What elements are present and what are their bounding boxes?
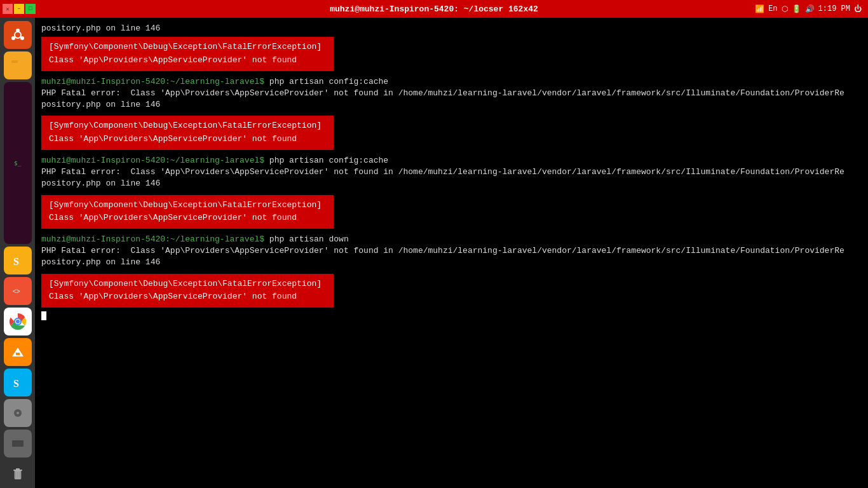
error-line: [Symfony\Component\Debug\Exception\Fatal… [49, 199, 326, 212]
error-line: Class 'App\Providers\AppServiceProvider'… [49, 133, 326, 146]
svg-text:S: S [13, 256, 19, 267]
maximize-button[interactable]: □ [25, 4, 36, 14]
taskbar: $_ S <> [0, 18, 35, 488]
svg-text:<>: <> [13, 288, 20, 295]
terminal-window[interactable]: pository.php on line 146[Symfony\Compone… [35, 18, 868, 488]
taskbar-icon-files[interactable] [4, 51, 32, 79]
svg-point-24 [17, 412, 19, 414]
terminal-line: pository.php on line 146 [41, 257, 862, 268]
tray-bluetooth: ⬡ [782, 4, 788, 14]
prompt-line: muhzi@muhzi-Inspiron-5420:~/learning-lar… [41, 234, 862, 245]
tray-battery: 🔋 [792, 4, 801, 14]
error-line: Class 'App\Providers\AppServiceProvider'… [49, 290, 326, 304]
terminal-line: PHP Fatal error: Class 'App\Providers\Ap… [41, 88, 862, 99]
tray-icon-wifi: 📶 [755, 4, 764, 14]
tray-lang: En [768, 4, 777, 13]
error-line: [Symfony\Component\Debug\Exception\Fatal… [49, 278, 326, 291]
svg-point-16 [16, 320, 20, 323]
svg-text:$_: $_ [14, 159, 22, 166]
cursor-line [41, 311, 862, 320]
system-tray: 📶 En ⬡ 🔋 🔊 1:19 PM ⏻ [749, 0, 868, 18]
svg-text:S: S [13, 378, 19, 389]
main-area: $_ S <> [0, 18, 868, 488]
tray-power: ⏻ [854, 4, 862, 14]
error-block: [Symfony\Component\Debug\Exception\Fatal… [41, 274, 334, 308]
taskbar-icon-skype[interactable]: S [4, 369, 32, 396]
taskbar-icon-trash[interactable] [4, 460, 32, 488]
taskbar-icon-vlc[interactable] [4, 338, 32, 366]
svg-rect-26 [12, 440, 24, 447]
taskbar-icon-sublime[interactable]: S [4, 247, 32, 274]
cursor-block [41, 311, 46, 320]
taskbar-icon-git[interactable]: <> [4, 277, 32, 305]
window-title: muhzi@muhzi-Inspiron-5420: ~/locser 162x… [330, 4, 538, 14]
tray-time: 1:19 PM [818, 4, 850, 13]
error-line: Class 'App\Providers\AppServiceProvider'… [49, 212, 326, 225]
svg-rect-6 [11, 60, 18, 63]
error-block: [Symfony\Component\Debug\Exception\Fatal… [41, 116, 334, 150]
error-line: [Symfony\Component\Debug\Exception\Fatal… [49, 119, 326, 133]
taskbar-icon-chrome[interactable] [4, 308, 32, 336]
error-line: Class 'App\Providers\AppServiceProvider'… [49, 54, 326, 67]
error-line: [Symfony\Component\Debug\Exception\Fatal… [49, 41, 326, 54]
prompt-line: muhzi@muhzi-Inspiron-5420:~/learning-lar… [41, 76, 862, 88]
window-controls[interactable]: ✕ – □ [3, 4, 36, 14]
terminal-line: pository.php on line 146 [41, 178, 862, 189]
minimize-button[interactable]: – [14, 4, 24, 14]
title-bar: ✕ – □ muhzi@muhzi-Inspiron-5420: ~/locse… [0, 0, 868, 18]
tray-volume: 🔊 [805, 4, 815, 14]
terminal-line: pository.php on line 146 [41, 23, 862, 34]
terminal-line: PHP Fatal error: Class 'App\Providers\Ap… [41, 245, 862, 257]
close-button[interactable]: ✕ [3, 4, 13, 14]
taskbar-icon-disk[interactable] [4, 399, 32, 427]
taskbar-icon-disk2[interactable] [4, 430, 32, 458]
svg-rect-5 [11, 62, 24, 72]
taskbar-icon-terminal[interactable]: $_ [4, 82, 32, 244]
error-block: [Symfony\Component\Debug\Exception\Fatal… [41, 195, 334, 229]
error-block: [Symfony\Component\Debug\Exception\Fatal… [41, 37, 334, 71]
svg-rect-29 [16, 468, 20, 470]
prompt-line: muhzi@muhzi-Inspiron-5420:~/learning-lar… [41, 155, 862, 166]
terminal-line: pository.php on line 146 [41, 99, 862, 111]
terminal-line: PHP Fatal error: Class 'App\Providers\Ap… [41, 166, 862, 178]
taskbar-icon-ubuntu[interactable] [4, 21, 32, 49]
svg-rect-19 [16, 353, 20, 355]
